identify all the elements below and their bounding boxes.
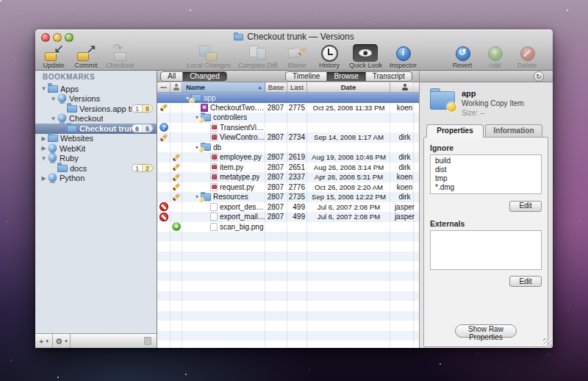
toolbar-quick-look-button[interactable]: Quick Look [349, 44, 382, 69]
local-changes-icon [196, 44, 221, 62]
show-raw-properties-button[interactable]: Show Raw Properties [455, 324, 517, 338]
toolbar-button-label: Checkout [106, 62, 134, 69]
repository-icon [48, 174, 57, 182]
action-menu-button[interactable]: ⚙ ▾ [53, 334, 71, 348]
refresh-button[interactable]: ↻ [534, 71, 544, 82]
add-bookmark-button[interactable]: + ▾ [35, 334, 53, 348]
disclosure-triangle[interactable]: ▶ [40, 135, 48, 142]
last-revision: 2775 [287, 103, 307, 113]
file-row-viewcontroller-py[interactable]: ViewController.py 2807 2734 Sep 14, 2008… [157, 132, 419, 143]
file-row-app[interactable]: ▼app [157, 93, 419, 103]
inspector-item-name: app [462, 89, 476, 98]
sidebar-resize-handle[interactable] [144, 337, 151, 345]
author-value: dirk [390, 192, 419, 202]
sidebar-item-checkout-trunk[interactable]: Checkout trunk 65 [35, 124, 157, 134]
revert-icon [450, 44, 475, 62]
disclosure-triangle[interactable]: ▼ [49, 96, 57, 102]
file-row-resources[interactable]: ▼Resources 2807 2735 Sep 15, 2008 12:22 … [157, 192, 419, 202]
toolbar-inspector-button[interactable]: Inspector [390, 44, 417, 69]
empty-rows-area [157, 232, 419, 348]
modified-pencil-icon [159, 103, 168, 112]
toolbar-compare-diff-button: Compare Diff [238, 44, 277, 69]
modified-pencil-icon [172, 173, 181, 182]
view-tab-browse[interactable]: Browse [327, 72, 365, 81]
disclosure-triangle[interactable]: ▶ [40, 175, 48, 182]
date-value [307, 113, 390, 123]
toolbar-button-label: Delete [517, 62, 537, 69]
file-row-item-py[interactable]: item.py 2807 2651 Aug 26, 2008 3:14 PM d… [157, 163, 419, 173]
resize-grip[interactable] [543, 338, 552, 347]
file-row-export-deskto[interactable]: export_deskto… 2807 499 Jul 6, 2007 2:08… [157, 202, 419, 213]
sidebar-item-apps[interactable]: ▼ Apps [35, 84, 157, 94]
file-row-controllers[interactable]: ▼controllers [157, 113, 419, 123]
sidebar-item-webkit[interactable]: ▶ WebKit [35, 143, 157, 154]
date-column-header[interactable]: Date [307, 82, 390, 92]
author-value: jasper [390, 202, 419, 213]
base-revision: 2807 [265, 182, 287, 193]
inspector-panel: app Working Copy Item Size: -- Propertie… [420, 82, 553, 348]
toolbar-history-button[interactable]: History [317, 44, 342, 69]
file-row-metatype-py[interactable]: metatype.py 2807 2337 Apr 28, 2008 5:31 … [157, 172, 419, 182]
file-row-transientview[interactable]: TransientView… [157, 123, 419, 133]
disclosure-triangle[interactable]: ▼ [49, 115, 57, 122]
remote-status-column-header[interactable] [171, 82, 182, 92]
sidebar-item-ruby[interactable]: ▼ Ruby [35, 154, 157, 164]
file-row-export-mail-tif[interactable]: export_mail.tif 2807 499 Jul 6, 2007 2:0… [157, 212, 419, 222]
base-revision: 2807 [265, 132, 287, 143]
toolbar-commit-button[interactable]: Commit [74, 44, 98, 69]
date-value [307, 93, 390, 103]
file-row-request-py[interactable]: request.py 2807 2776 Oct 26, 2008 2:20 A… [157, 182, 419, 193]
base-column-header[interactable]: Base [265, 82, 287, 92]
sidebar-item-versions-app-trunk[interactable]: Versions.app trunk 18 [35, 104, 157, 114]
base-revision: 2807 [265, 103, 287, 113]
name-column-header[interactable]: Name▲ [182, 82, 265, 92]
file-row-db[interactable]: ▼db [157, 143, 419, 153]
sidebar-item-docs[interactable]: docs 12 [35, 163, 157, 174]
author-value: koen [390, 103, 419, 113]
file-row-scan-big-png[interactable]: scan_big.png [157, 222, 419, 232]
chevron-down-icon: ▾ [46, 338, 49, 343]
filter-all[interactable]: All [161, 72, 183, 81]
tab-information[interactable]: Information [485, 124, 542, 137]
last-revision [287, 113, 307, 123]
sidebar-item-checkout[interactable]: ▼ Checkout [35, 114, 157, 124]
file-row-checkouttwo-tmproj[interactable]: CheckoutTwo.tmproj 2807 2775 Oct 25, 200… [157, 103, 419, 113]
folder-icon [201, 114, 211, 121]
toolbar-revert-button[interactable]: Revert [450, 44, 475, 69]
file-icon [210, 223, 218, 231]
date-value [307, 222, 390, 232]
filter-changed[interactable]: Changed [183, 72, 226, 81]
toolbar-button-label: Inspector [390, 62, 417, 69]
date-value: Oct 26, 2008 2:20 AM [307, 182, 390, 193]
author-column-header[interactable] [390, 82, 419, 92]
tab-properties[interactable]: Properties [426, 124, 484, 138]
externals-edit-button[interactable]: Edit [509, 276, 542, 287]
sidebar-divider[interactable] [157, 71, 157, 348]
view-tab-transcript[interactable]: Transcript [366, 72, 412, 81]
disclosure-triangle[interactable]: ▼ [40, 85, 48, 92]
file-row-employee-py[interactable]: employee.py 2807 2619 Aug 19, 2008 10:46… [157, 152, 419, 163]
toolbar-update-button[interactable]: Update [41, 44, 66, 69]
modified-pencil-icon [172, 163, 181, 171]
disclosure-triangle[interactable]: ▼ [40, 155, 48, 162]
disclosure-triangle[interactable]: ▶ [40, 145, 48, 152]
sidebar-item-websites[interactable]: ▶ Websites [35, 134, 157, 144]
sidebar-item-versions[interactable]: ▼ Versions [35, 94, 157, 104]
sidebar-footer: + ▾ ⚙ ▾ [35, 333, 157, 348]
last-revision: 2337 [287, 172, 307, 182]
local-status-column-header[interactable]: ••• [157, 82, 171, 92]
desktop-stars [0, 0, 1, 1]
last-column-header[interactable]: Last [287, 82, 307, 92]
ignore-edit-button[interactable]: Edit [509, 201, 542, 212]
toolbar-checkout-button: Checkout [106, 44, 134, 69]
quick-look-icon [353, 44, 378, 62]
modified-pencil-icon [172, 182, 181, 191]
chevron-down-icon: ▾ [65, 338, 68, 343]
sidebar-item-python[interactable]: ▶ Python [35, 174, 157, 184]
base-revision: 2807 [265, 192, 287, 202]
panel-divider[interactable] [419, 71, 420, 348]
file-name: employee.py [220, 153, 262, 161]
last-revision: 2735 [287, 192, 307, 202]
file-name: controllers [213, 113, 247, 121]
view-tab-timeline[interactable]: Timeline [286, 72, 327, 81]
